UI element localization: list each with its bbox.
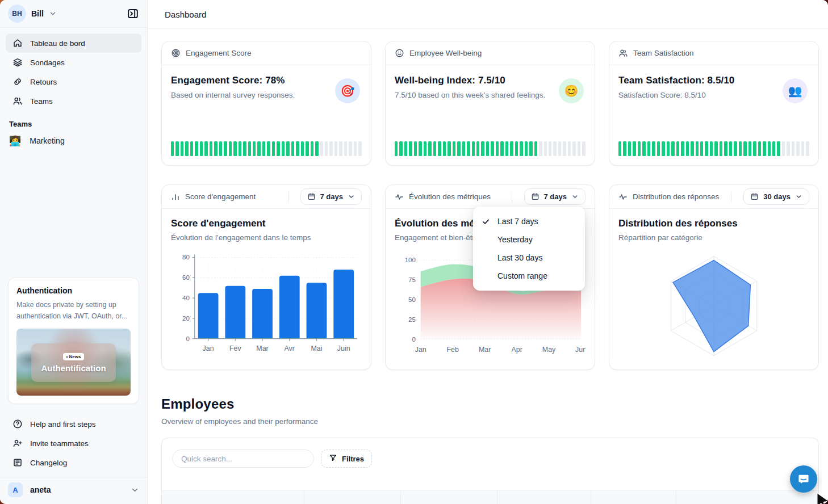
progress-segment	[796, 141, 799, 156]
promo-description: Make docs private by setting up authenti…	[16, 299, 131, 322]
progress-segment	[358, 141, 361, 156]
progress-bar	[395, 141, 586, 156]
progress-segment	[720, 141, 722, 156]
progress-segment	[210, 141, 212, 156]
target-emoji: 🎯	[335, 78, 360, 103]
progress-segment	[700, 141, 703, 156]
card-body: Distribution des réponses Répartition pa…	[609, 209, 818, 369]
progress-segment	[529, 141, 532, 156]
progress-segment	[424, 141, 426, 156]
news-badge: • News	[63, 353, 85, 360]
progress-segment	[414, 141, 417, 156]
progress-segment	[349, 141, 352, 156]
workspace-switcher[interactable]: A aneta	[0, 477, 147, 504]
progress-segment	[286, 141, 289, 156]
progress-segment	[662, 141, 664, 156]
svg-text:0: 0	[186, 335, 189, 342]
dropdown-item[interactable]: Last 7 days	[473, 212, 585, 230]
sidebar-item-surveys[interactable]: Sondages	[6, 53, 141, 72]
users-icon	[12, 96, 23, 106]
progress-segment	[200, 141, 203, 156]
filters-button[interactable]: Filtres	[321, 450, 372, 468]
stat-title: Engagement Score: 78%	[171, 75, 362, 86]
chevron-down-icon	[571, 193, 579, 200]
avatar[interactable]: BH	[8, 5, 26, 23]
progress-segment	[204, 141, 207, 156]
dropdown-item[interactable]: Custom range	[473, 267, 585, 285]
calendar-icon	[531, 192, 540, 201]
progress-segment	[582, 141, 585, 156]
progress-segment	[277, 141, 279, 156]
chart-subtitle: Répartition par catégorie	[618, 233, 809, 242]
smile-emoji: 😊	[559, 78, 584, 103]
card-header-label: Employee Well-being	[409, 49, 482, 57]
svg-text:Jan: Jan	[203, 345, 214, 352]
target-icon	[171, 48, 181, 58]
progress-segment	[777, 141, 780, 156]
progress-segment	[520, 141, 522, 156]
promo-image-overlay: • News Authentification	[31, 343, 116, 382]
app-window: BH Bill Tableau de bord Sondages Retours	[0, 0, 828, 504]
workspace-name: aneta	[30, 485, 51, 494]
chevron-down-icon[interactable]	[49, 10, 57, 18]
sidebar-item-invite[interactable]: Invite teammates	[6, 434, 141, 453]
date-range-button[interactable]: 30 days	[743, 188, 809, 205]
progress-segment	[558, 141, 561, 156]
progress-segment	[691, 141, 693, 156]
chart-title: Score d'engagement	[171, 218, 362, 229]
date-range-button[interactable]: 7 days	[300, 188, 362, 205]
svg-text:25: 25	[408, 316, 416, 322]
sidebar-item-teams[interactable]: Teams	[6, 91, 141, 111]
progress-segment	[262, 141, 265, 156]
progress-segment	[787, 141, 789, 156]
progress-segment	[344, 141, 347, 156]
divider	[512, 191, 512, 203]
date-range-label: 7 days	[320, 192, 343, 201]
team-label: Marketing	[30, 136, 64, 145]
stat-title: Well-being Index: 7.5/10	[395, 75, 586, 86]
progress-segment	[462, 141, 465, 156]
user-name[interactable]: Bill	[31, 9, 44, 18]
progress-segment	[686, 141, 689, 156]
progress-segment	[438, 141, 441, 156]
progress-segment	[229, 141, 232, 156]
table-column-header-position[interactable]: Position	[400, 491, 497, 504]
dropdown-item[interactable]: Last 30 days	[473, 249, 585, 267]
progress-segment	[481, 141, 484, 156]
card-header-label: Team Satisfaction	[633, 49, 694, 57]
card-header-label: Évolution des métriques	[409, 192, 491, 201]
progress-segment	[734, 141, 737, 156]
sidebar-item-changelog[interactable]: Changelog	[6, 453, 141, 472]
collapse-sidebar-icon[interactable]	[127, 7, 139, 20]
sidebar-item-dashboard[interactable]: Tableau de bord	[6, 33, 141, 53]
svg-text:Avr: Avr	[285, 345, 295, 352]
table-column-header-tasks[interactable]: Tasks	[676, 491, 818, 504]
dropdown-item[interactable]: Yesterday	[473, 230, 585, 249]
progress-segment	[476, 141, 479, 156]
svg-text:Mar: Mar	[479, 345, 491, 353]
date-range-button[interactable]: 7 days	[524, 188, 586, 205]
sidebar-item-help[interactable]: Help and first steps	[6, 414, 141, 434]
card-header: Distribution des réponses 30 days	[609, 185, 818, 209]
table-column-header-team[interactable]: Team	[304, 491, 400, 504]
progress-segment	[758, 141, 761, 156]
table-column-header-user[interactable]: User	[162, 491, 304, 504]
progress-segment	[239, 141, 241, 156]
sidebar-item-team-marketing[interactable]: 👩‍💻 Marketing	[0, 131, 147, 151]
user-plus-icon	[12, 438, 23, 448]
sidebar-item-label: Teams	[30, 97, 53, 106]
intercom-chat-button[interactable]	[790, 465, 817, 493]
stat-subtitle: Satisfaction Score: 8.5/10	[618, 91, 809, 99]
progress-segment	[763, 141, 766, 156]
table-column-header-performance[interactable]: Performance	[591, 491, 676, 504]
progress-segment	[667, 141, 670, 156]
progress-segment	[801, 141, 804, 156]
progress-segment	[534, 141, 537, 156]
search-input[interactable]	[172, 450, 314, 468]
promo-image[interactable]: • News Authentification	[16, 329, 131, 396]
table-column-header-participation[interactable]: Participation	[497, 491, 591, 504]
card-header-label: Score d'engagement	[185, 192, 256, 201]
sidebar-item-feedback[interactable]: Retours	[6, 72, 141, 91]
promo-card[interactable]: Authentication Make docs private by sett…	[8, 278, 139, 404]
progress-segment	[647, 141, 650, 156]
